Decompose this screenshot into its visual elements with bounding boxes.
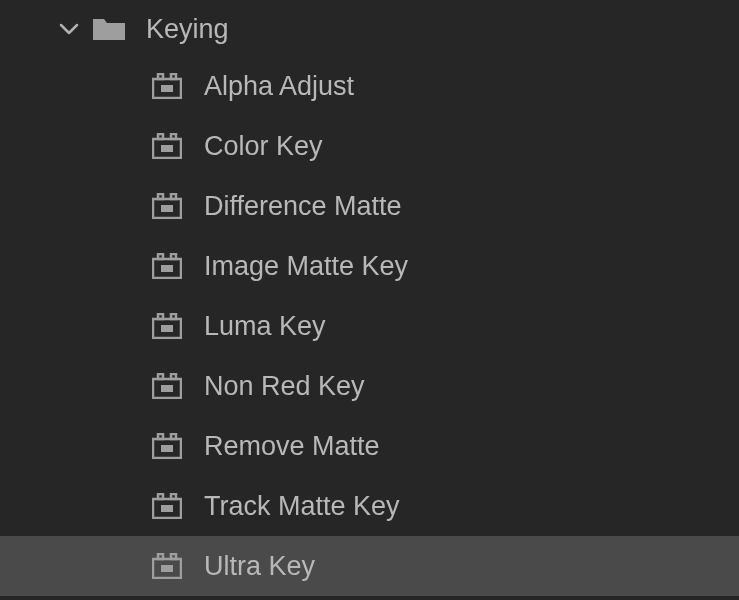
svg-rect-11 <box>161 205 173 212</box>
effect-label: Luma Key <box>204 311 326 342</box>
effect-preset-icon <box>152 313 182 339</box>
effect-preset-icon <box>152 193 182 219</box>
effect-preset-icon <box>152 133 182 159</box>
effect-row[interactable]: Non Red Key <box>0 356 739 416</box>
svg-rect-35 <box>161 565 173 572</box>
svg-rect-33 <box>158 554 163 559</box>
effect-row[interactable]: Image Matte Key <box>0 236 739 296</box>
effect-preset-icon <box>152 253 182 279</box>
svg-rect-14 <box>171 254 176 259</box>
svg-rect-15 <box>161 265 173 272</box>
effects-list: Alpha Adjust Color Key Difference Matte … <box>0 56 739 596</box>
svg-rect-13 <box>158 254 163 259</box>
svg-rect-1 <box>158 74 163 79</box>
effects-tree: Keying Alpha Adjust Color Key Difference… <box>0 0 739 596</box>
svg-rect-31 <box>161 505 173 512</box>
svg-rect-30 <box>171 494 176 499</box>
effect-label: Non Red Key <box>204 371 365 402</box>
folder-icon <box>92 15 126 43</box>
effect-preset-icon <box>152 73 182 99</box>
folder-label: Keying <box>146 14 229 45</box>
svg-rect-6 <box>171 134 176 139</box>
svg-rect-22 <box>171 374 176 379</box>
svg-rect-25 <box>158 434 163 439</box>
effect-row[interactable]: Ultra Key <box>0 536 739 596</box>
effect-row[interactable]: Luma Key <box>0 296 739 356</box>
effect-label: Track Matte Key <box>204 491 400 522</box>
svg-rect-2 <box>171 74 176 79</box>
svg-rect-26 <box>171 434 176 439</box>
svg-rect-7 <box>161 145 173 152</box>
effect-label: Alpha Adjust <box>204 71 354 102</box>
svg-rect-10 <box>171 194 176 199</box>
effect-label: Remove Matte <box>204 431 380 462</box>
effect-preset-icon <box>152 373 182 399</box>
effect-row[interactable]: Color Key <box>0 116 739 176</box>
svg-rect-18 <box>171 314 176 319</box>
svg-rect-17 <box>158 314 163 319</box>
svg-rect-5 <box>158 134 163 139</box>
svg-rect-9 <box>158 194 163 199</box>
svg-rect-29 <box>158 494 163 499</box>
folder-row-keying[interactable]: Keying <box>0 2 739 56</box>
effect-preset-icon <box>152 433 182 459</box>
effect-label: Difference Matte <box>204 191 402 222</box>
svg-rect-3 <box>161 85 173 92</box>
effect-label: Ultra Key <box>204 551 315 582</box>
effect-row[interactable]: Remove Matte <box>0 416 739 476</box>
effect-label: Image Matte Key <box>204 251 408 282</box>
svg-rect-19 <box>161 325 173 332</box>
effect-preset-icon <box>152 553 182 579</box>
effect-row[interactable]: Track Matte Key <box>0 476 739 536</box>
effect-preset-icon <box>152 493 182 519</box>
effect-label: Color Key <box>204 131 323 162</box>
effect-row[interactable]: Difference Matte <box>0 176 739 236</box>
effect-row[interactable]: Alpha Adjust <box>0 56 739 116</box>
svg-rect-23 <box>161 385 173 392</box>
svg-rect-34 <box>171 554 176 559</box>
svg-rect-21 <box>158 374 163 379</box>
chevron-down-icon <box>58 18 80 40</box>
svg-rect-27 <box>161 445 173 452</box>
